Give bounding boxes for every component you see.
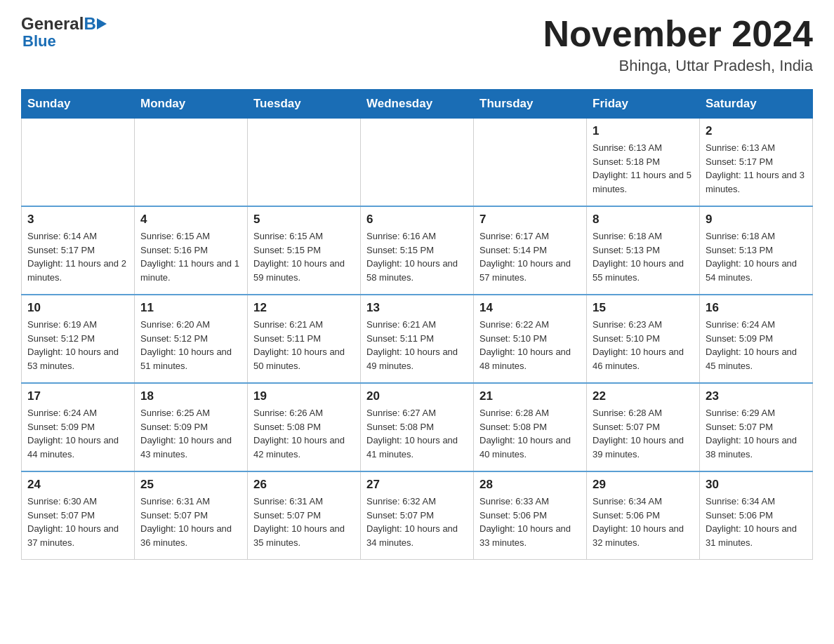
col-thursday: Thursday: [474, 90, 587, 119]
calendar-week-row: 17Sunrise: 6:24 AMSunset: 5:09 PMDayligh…: [22, 383, 813, 471]
day-info: Sunrise: 6:18 AMSunset: 5:13 PMDaylight:…: [706, 229, 807, 284]
calendar-cell: 27Sunrise: 6:32 AMSunset: 5:07 PMDayligh…: [361, 471, 474, 560]
col-saturday: Saturday: [700, 90, 813, 119]
day-number: 26: [253, 478, 355, 492]
calendar-week-row: 1Sunrise: 6:13 AMSunset: 5:18 PMDaylight…: [22, 119, 813, 207]
day-info: Sunrise: 6:34 AMSunset: 5:06 PMDaylight:…: [706, 495, 807, 549]
day-number: 27: [366, 478, 468, 492]
calendar-week-row: 10Sunrise: 6:19 AMSunset: 5:12 PMDayligh…: [22, 295, 813, 383]
day-info: Sunrise: 6:31 AMSunset: 5:07 PMDaylight:…: [140, 495, 241, 549]
col-wednesday: Wednesday: [361, 90, 474, 119]
day-number: 28: [479, 478, 581, 492]
calendar-cell: 19Sunrise: 6:26 AMSunset: 5:08 PMDayligh…: [248, 383, 361, 471]
calendar-cell: 4Sunrise: 6:15 AMSunset: 5:16 PMDaylight…: [135, 206, 248, 295]
day-number: 7: [479, 213, 581, 227]
calendar-cell: 16Sunrise: 6:24 AMSunset: 5:09 PMDayligh…: [700, 295, 813, 383]
calendar-cell: 3Sunrise: 6:14 AMSunset: 5:17 PMDaylight…: [22, 206, 135, 295]
calendar-cell: 13Sunrise: 6:21 AMSunset: 5:11 PMDayligh…: [361, 295, 474, 383]
calendar-cell: 25Sunrise: 6:31 AMSunset: 5:07 PMDayligh…: [135, 471, 248, 560]
calendar-cell: 22Sunrise: 6:28 AMSunset: 5:07 PMDayligh…: [587, 383, 700, 471]
day-info: Sunrise: 6:15 AMSunset: 5:16 PMDaylight:…: [140, 229, 241, 284]
day-info: Sunrise: 6:29 AMSunset: 5:07 PMDaylight:…: [706, 406, 807, 461]
day-number: 22: [593, 389, 694, 403]
day-number: 30: [706, 478, 807, 492]
day-info: Sunrise: 6:13 AMSunset: 5:18 PMDaylight:…: [593, 141, 694, 196]
day-number: 16: [706, 301, 807, 315]
day-info: Sunrise: 6:31 AMSunset: 5:07 PMDaylight:…: [253, 495, 355, 549]
calendar-cell: 11Sunrise: 6:20 AMSunset: 5:12 PMDayligh…: [135, 295, 248, 383]
day-number: 18: [140, 389, 241, 403]
calendar-cell: 6Sunrise: 6:16 AMSunset: 5:15 PMDaylight…: [361, 206, 474, 295]
calendar-week-row: 24Sunrise: 6:30 AMSunset: 5:07 PMDayligh…: [22, 471, 813, 560]
day-info: Sunrise: 6:28 AMSunset: 5:08 PMDaylight:…: [479, 406, 581, 461]
day-number: 2: [706, 124, 807, 138]
calendar-cell: 8Sunrise: 6:18 AMSunset: 5:13 PMDaylight…: [587, 206, 700, 295]
col-sunday: Sunday: [22, 90, 135, 119]
calendar-cell: 12Sunrise: 6:21 AMSunset: 5:11 PMDayligh…: [248, 295, 361, 383]
day-info: Sunrise: 6:27 AMSunset: 5:08 PMDaylight:…: [366, 406, 468, 461]
calendar-table: Sunday Monday Tuesday Wednesday Thursday…: [21, 89, 813, 560]
day-info: Sunrise: 6:22 AMSunset: 5:10 PMDaylight:…: [479, 318, 581, 373]
calendar-cell: 9Sunrise: 6:18 AMSunset: 5:13 PMDaylight…: [700, 206, 813, 295]
calendar-cell: 17Sunrise: 6:24 AMSunset: 5:09 PMDayligh…: [22, 383, 135, 471]
col-tuesday: Tuesday: [248, 90, 361, 119]
col-friday: Friday: [587, 90, 700, 119]
month-title: November 2024: [543, 14, 813, 54]
day-number: 20: [366, 389, 468, 403]
day-number: 15: [593, 301, 694, 315]
calendar-cell: 29Sunrise: 6:34 AMSunset: 5:06 PMDayligh…: [587, 471, 700, 560]
day-number: 10: [27, 301, 128, 315]
day-number: 21: [479, 389, 581, 403]
calendar-header-row: Sunday Monday Tuesday Wednesday Thursday…: [22, 90, 813, 119]
day-info: Sunrise: 6:23 AMSunset: 5:10 PMDaylight:…: [593, 318, 694, 373]
calendar-cell: 2Sunrise: 6:13 AMSunset: 5:17 PMDaylight…: [700, 119, 813, 207]
day-info: Sunrise: 6:33 AMSunset: 5:06 PMDaylight:…: [479, 495, 581, 549]
day-info: Sunrise: 6:30 AMSunset: 5:07 PMDaylight:…: [27, 495, 128, 549]
day-info: Sunrise: 6:13 AMSunset: 5:17 PMDaylight:…: [706, 141, 807, 196]
day-number: 8: [593, 213, 694, 227]
logo-subtitle: Blue: [22, 32, 56, 51]
day-number: 14: [479, 301, 581, 315]
calendar-cell: 5Sunrise: 6:15 AMSunset: 5:15 PMDaylight…: [248, 206, 361, 295]
day-number: 23: [706, 389, 807, 403]
day-number: 17: [27, 389, 128, 403]
day-number: 24: [27, 478, 128, 492]
calendar-cell: 30Sunrise: 6:34 AMSunset: 5:06 PMDayligh…: [700, 471, 813, 560]
calendar-cell: [248, 119, 361, 207]
calendar-cell: 15Sunrise: 6:23 AMSunset: 5:10 PMDayligh…: [587, 295, 700, 383]
day-number: 3: [27, 213, 128, 227]
calendar-cell: 23Sunrise: 6:29 AMSunset: 5:07 PMDayligh…: [700, 383, 813, 471]
logo: General B Blue: [21, 14, 107, 51]
day-info: Sunrise: 6:19 AMSunset: 5:12 PMDaylight:…: [27, 318, 128, 373]
day-info: Sunrise: 6:15 AMSunset: 5:15 PMDaylight:…: [253, 229, 355, 284]
day-number: 6: [366, 213, 468, 227]
day-info: Sunrise: 6:34 AMSunset: 5:06 PMDaylight:…: [593, 495, 694, 549]
day-info: Sunrise: 6:14 AMSunset: 5:17 PMDaylight:…: [27, 229, 128, 284]
calendar-cell: [22, 119, 135, 207]
day-info: Sunrise: 6:16 AMSunset: 5:15 PMDaylight:…: [366, 229, 468, 284]
location-subtitle: Bhinga, Uttar Pradesh, India: [543, 57, 813, 75]
day-info: Sunrise: 6:32 AMSunset: 5:07 PMDaylight:…: [366, 495, 468, 549]
day-info: Sunrise: 6:24 AMSunset: 5:09 PMDaylight:…: [27, 406, 128, 461]
calendar-cell: [474, 119, 587, 207]
day-number: 19: [253, 389, 355, 403]
day-number: 9: [706, 213, 807, 227]
day-number: 11: [140, 301, 241, 315]
calendar-cell: 14Sunrise: 6:22 AMSunset: 5:10 PMDayligh…: [474, 295, 587, 383]
day-number: 25: [140, 478, 241, 492]
page-header: General B Blue November 2024 Bhinga, Utt…: [21, 14, 813, 75]
day-info: Sunrise: 6:21 AMSunset: 5:11 PMDaylight:…: [253, 318, 355, 373]
calendar-cell: 28Sunrise: 6:33 AMSunset: 5:06 PMDayligh…: [474, 471, 587, 560]
day-info: Sunrise: 6:25 AMSunset: 5:09 PMDaylight:…: [140, 406, 241, 461]
calendar-cell: [135, 119, 248, 207]
day-number: 29: [593, 478, 694, 492]
calendar-cell: [361, 119, 474, 207]
calendar-cell: 21Sunrise: 6:28 AMSunset: 5:08 PMDayligh…: [474, 383, 587, 471]
logo-blue-text: B: [84, 14, 107, 34]
day-number: 1: [593, 124, 694, 138]
day-info: Sunrise: 6:20 AMSunset: 5:12 PMDaylight:…: [140, 318, 241, 373]
col-monday: Monday: [135, 90, 248, 119]
calendar-cell: 26Sunrise: 6:31 AMSunset: 5:07 PMDayligh…: [248, 471, 361, 560]
day-number: 5: [253, 213, 355, 227]
calendar-cell: 10Sunrise: 6:19 AMSunset: 5:12 PMDayligh…: [22, 295, 135, 383]
